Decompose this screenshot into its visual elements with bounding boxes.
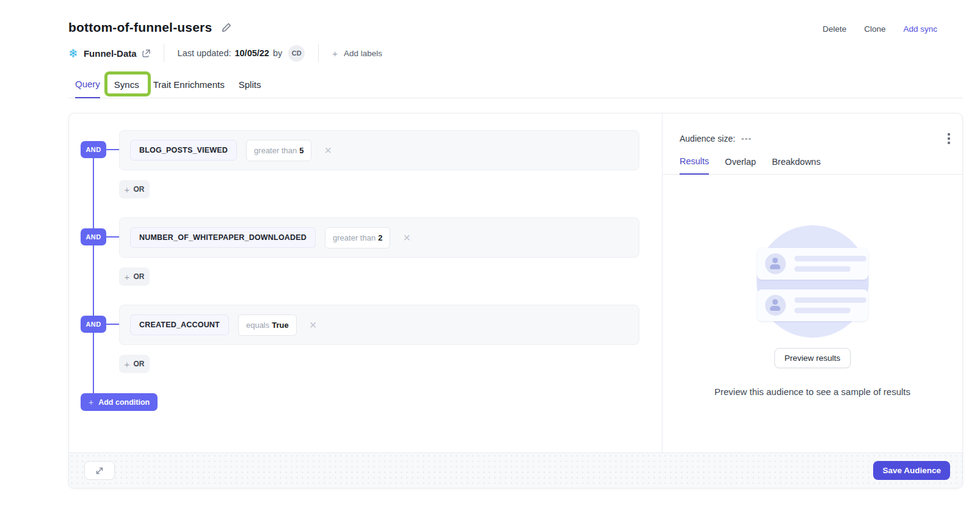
audience-builder-card: AND AND AND BLOG_POSTS_VIEWED greater th…	[68, 113, 963, 488]
tab-bar: Query Syncs Trait Enrichments Splits	[68, 78, 963, 98]
last-updated-label: Last updated:	[178, 48, 231, 58]
save-audience-button[interactable]: Save Audience	[873, 461, 950, 480]
plus-icon: +	[125, 359, 130, 369]
operator-label: equals	[246, 321, 269, 330]
and-operator-badge[interactable]: AND	[81, 141, 106, 158]
or-label: OR	[133, 360, 144, 368]
audience-size-label: Audience size:	[680, 134, 735, 143]
empty-state-illustration	[739, 225, 886, 339]
page-header: bottom-of-funnel-users	[68, 20, 231, 35]
condition-row: NUMBER_OF_WHITEPAPER_DOWNLOADED greater …	[119, 217, 639, 258]
add-condition-button[interactable]: + Add condition	[81, 393, 158, 411]
plus-icon: +	[332, 48, 338, 59]
tab-splits[interactable]: Splits	[239, 79, 261, 98]
placeholder-bar	[794, 256, 866, 261]
operator-label: greater than	[254, 146, 297, 155]
expand-button[interactable]	[84, 461, 115, 480]
and-operator-badge[interactable]: AND	[81, 228, 106, 245]
tab-results[interactable]: Results	[680, 156, 709, 175]
add-sync-button[interactable]: Add sync	[903, 24, 937, 34]
add-or-button[interactable]: + OR	[119, 267, 150, 286]
preview-results-button[interactable]: Preview results	[774, 348, 851, 368]
condition-row: BLOG_POSTS_VIEWED greater than5 ×	[119, 130, 639, 170]
tab-trait-enrichments[interactable]: Trait Enrichments	[153, 79, 225, 98]
source-link[interactable]: ❄ Funnel-Data	[68, 48, 150, 59]
page-title: bottom-of-funnel-users	[68, 20, 212, 35]
condition-row: CREATED_ACCOUNT equalsTrue ×	[119, 305, 639, 345]
add-labels-label: Add labels	[344, 49, 382, 58]
connector-line	[106, 149, 120, 150]
query-builder: AND AND AND BLOG_POSTS_VIEWED greater th…	[69, 114, 662, 452]
and-operator-badge[interactable]: AND	[81, 316, 106, 333]
card-footer-bar: Save Audience	[69, 452, 962, 488]
divider	[318, 44, 319, 62]
connector-line	[106, 324, 120, 325]
add-condition-label: Add condition	[98, 398, 150, 407]
trait-chip[interactable]: BLOG_POSTS_VIEWED	[130, 140, 237, 161]
condition-connector-line	[93, 150, 94, 402]
tab-syncs-label: Syncs	[114, 79, 139, 90]
last-updated: Last updated: 10/05/22 by CD	[178, 45, 305, 62]
clone-button[interactable]: Clone	[864, 24, 885, 34]
placeholder-bar	[794, 297, 866, 303]
edit-title-icon[interactable]	[222, 23, 231, 32]
trait-chip[interactable]: CREATED_ACCOUNT	[130, 314, 229, 335]
divider	[164, 44, 164, 62]
external-link-icon	[142, 49, 150, 57]
remove-condition-icon[interactable]: ×	[310, 319, 317, 331]
operator-value: 5	[299, 146, 303, 155]
operator-value: True	[272, 321, 288, 330]
remove-condition-icon[interactable]: ×	[324, 144, 332, 156]
add-or-button[interactable]: + OR	[119, 180, 150, 198]
connector-line	[106, 236, 120, 238]
kebab-menu-icon[interactable]	[946, 132, 951, 145]
operator-chip[interactable]: greater than2	[325, 227, 390, 249]
illustration-user-card	[757, 289, 868, 321]
operator-chip[interactable]: equalsTrue	[238, 314, 297, 336]
placeholder-bar	[794, 266, 851, 272]
tab-syncs[interactable]: Syncs	[114, 79, 139, 98]
meta-row: ❄ Funnel-Data Last updated: 10/05/22 by …	[68, 43, 382, 63]
results-panel: Audience size: --- Results Overlap Break…	[662, 114, 962, 452]
plus-icon: +	[125, 272, 130, 282]
audience-size-value: ---	[741, 134, 752, 143]
by-label: by	[273, 48, 282, 58]
results-tab-bar: Results Overlap Breakdowns	[662, 156, 962, 175]
add-or-button[interactable]: + OR	[119, 355, 150, 373]
operator-value: 2	[378, 233, 382, 242]
add-labels-button[interactable]: + Add labels	[332, 48, 382, 59]
tab-overlap[interactable]: Overlap	[725, 157, 756, 174]
tab-query[interactable]: Query	[75, 79, 100, 98]
header-actions: Delete Clone Add sync	[822, 24, 937, 34]
source-name: Funnel-Data	[84, 48, 137, 59]
expand-icon	[95, 466, 104, 476]
trait-chip[interactable]: NUMBER_OF_WHITEPAPER_DOWNLOADED	[130, 227, 316, 248]
or-label: OR	[133, 185, 144, 194]
remove-condition-icon[interactable]: ×	[403, 231, 410, 244]
user-avatar-icon	[765, 295, 786, 316]
user-avatar-icon	[765, 253, 786, 274]
delete-button[interactable]: Delete	[822, 24, 846, 34]
avatar[interactable]: CD	[288, 45, 305, 62]
tab-breakdowns[interactable]: Breakdowns	[772, 157, 821, 174]
illustration-user-card	[757, 248, 868, 280]
plus-icon: +	[125, 184, 130, 195]
last-updated-date: 10/05/22	[234, 48, 269, 58]
operator-label: greater than	[333, 233, 376, 242]
preview-hint-text: Preview this audience to see a sample of…	[662, 386, 962, 397]
placeholder-bar	[794, 308, 851, 313]
audience-size-row: Audience size: ---	[680, 132, 951, 145]
operator-chip[interactable]: greater than5	[246, 140, 311, 161]
snowflake-icon: ❄	[68, 48, 78, 59]
plus-icon: +	[89, 397, 93, 407]
or-label: OR	[133, 272, 144, 281]
